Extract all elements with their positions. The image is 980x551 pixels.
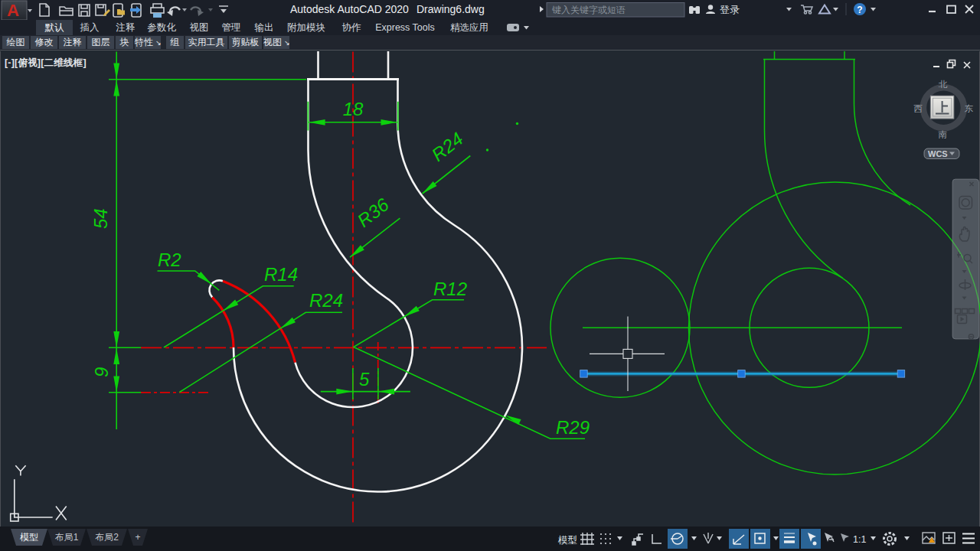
svg-text:5: 5: [359, 369, 370, 390]
svg-text:WCS: WCS: [928, 149, 948, 158]
svg-text:R24: R24: [309, 290, 343, 311]
svg-text:Autodesk AutoCAD 2020: Autodesk AutoCAD 2020: [290, 3, 409, 15]
svg-text:东: 东: [965, 104, 974, 113]
svg-text:R2: R2: [158, 249, 181, 270]
svg-text:!: !: [934, 539, 936, 543]
svg-text:北: 北: [939, 80, 948, 89]
svg-text:R29: R29: [556, 417, 590, 438]
svg-text:R14: R14: [264, 264, 298, 285]
svg-text:键入关键字或短语: 键入关键字或短语: [552, 5, 626, 15]
svg-text:1:1: 1:1: [853, 534, 866, 545]
svg-text:?: ?: [857, 5, 862, 15]
svg-text:9: 9: [91, 367, 112, 377]
svg-text:模型: 模型: [557, 535, 577, 546]
svg-text:54: 54: [90, 208, 111, 229]
svg-text:西: 西: [914, 104, 923, 113]
svg-text:R12: R12: [433, 279, 467, 299]
svg-text:Drawing6.dwg: Drawing6.dwg: [416, 3, 485, 15]
svg-text:A: A: [7, 1, 19, 20]
svg-text:南: 南: [939, 130, 948, 139]
svg-text:登录: 登录: [720, 4, 740, 15]
svg-text:18: 18: [343, 99, 364, 119]
